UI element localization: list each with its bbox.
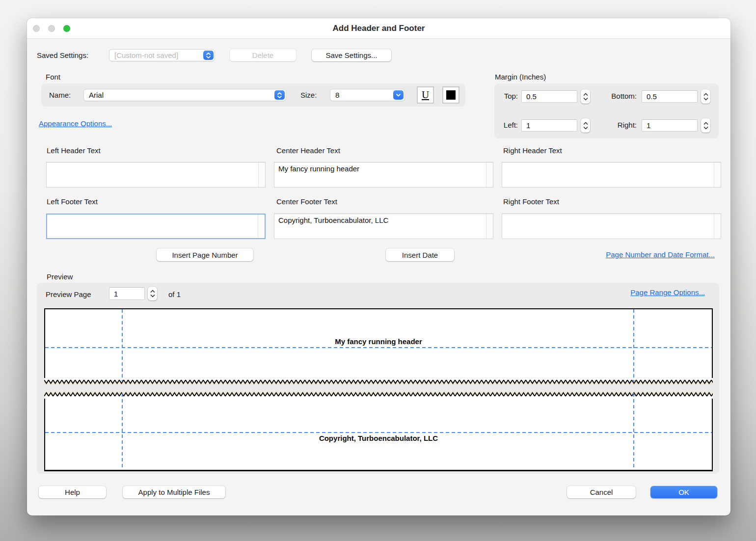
scrollbar-track[interactable] [486,214,493,239]
center-header-textarea[interactable]: My fancy running header [274,162,486,187]
font-size-dropdown[interactable]: 8 [330,89,405,101]
save-settings-button[interactable]: Save Settings... [312,49,391,61]
font-name-dropdown[interactable]: Arial [83,89,286,101]
chevron-down-icon [703,97,708,101]
center-footer-label: Center Footer Text [276,197,337,206]
right-footer-label: Right Footer Text [503,197,559,206]
chevron-down-icon [393,90,404,100]
font-section-label: Font [46,73,60,81]
help-button[interactable]: Help [39,486,106,498]
font-color-button[interactable] [442,86,459,104]
preview-page-count-label: of 1 [168,290,181,298]
ok-button[interactable]: OK [650,486,717,498]
margin-top-input[interactable] [521,90,577,103]
preview-section-label: Preview [47,272,73,281]
scrollbar-track[interactable] [486,162,493,187]
chevron-down-icon [583,126,588,130]
preview-footer-text: Copyright, Turboencabulator, LLC [44,434,713,442]
chevron-up-icon [583,122,588,125]
scrollbar-track[interactable] [714,214,721,239]
margin-right-stepper[interactable] [701,118,710,133]
chevron-up-icon [703,122,708,125]
left-header-textarea[interactable] [47,162,258,187]
preview-page-label: Preview Page [46,290,91,298]
window-title: Add Header and Footer [27,18,730,39]
cancel-button[interactable]: Cancel [567,486,636,498]
font-size-value: 8 [335,91,339,99]
right-margin-guide [633,393,634,469]
delete-button[interactable]: Delete [230,49,296,61]
title-bar: Add Header and Footer [27,18,730,39]
center-header-label: Center Header Text [276,146,340,155]
chevron-down-icon [150,294,155,298]
font-name-label: Name: [49,91,71,99]
saved-settings-value: [Custom-not saved] [114,51,178,59]
scrollbar-track[interactable] [714,162,721,187]
margin-right-input[interactable] [642,119,698,132]
left-footer-textarea[interactable] [47,215,258,238]
margin-left-label: Left: [496,121,518,129]
chevron-up-down-icon [274,90,285,100]
margin-bottom-label: Bottom: [603,92,637,100]
left-header-field-wrap [46,162,266,188]
underline-button[interactable]: U [417,86,434,104]
center-footer-field-wrap: Copyright, Turboencabulator, LLC [274,214,493,239]
saved-settings-dropdown[interactable]: [Custom-not saved] [109,49,215,61]
apply-to-multiple-files-button[interactable]: Apply to Multiple Files [123,486,225,498]
margin-bottom-input[interactable] [642,90,698,103]
margin-right-label: Right: [603,121,637,129]
right-header-textarea[interactable] [502,162,714,187]
torn-edge-zigzag [44,378,713,385]
scrollbar-track[interactable] [258,162,265,187]
margin-left-input[interactable] [521,119,577,132]
appearance-options-link[interactable]: Appearance Options... [39,119,112,128]
left-margin-guide [122,393,123,469]
torn-edge-zigzag [44,392,713,399]
footer-margin-guide [45,432,712,433]
dialog-window: Add Header and Footer Saved Settings: [C… [27,18,730,515]
right-header-label: Right Header Text [503,146,562,155]
chevron-up-icon [703,93,708,96]
margin-bottom-stepper[interactable] [701,89,710,104]
font-name-value: Arial [89,91,104,99]
margin-left-stepper[interactable] [581,118,590,133]
center-header-field-wrap: My fancy running header [274,162,493,188]
chevron-up-icon [150,290,155,293]
page-range-options-link[interactable]: Page Range Options... [630,288,705,297]
color-swatch-icon [446,90,456,100]
right-header-field-wrap [502,162,721,188]
preview-page-stepper[interactable] [148,287,157,300]
chevron-down-icon [703,126,708,130]
preview-page-input[interactable] [109,287,145,300]
right-footer-textarea[interactable] [502,214,714,239]
chevron-up-down-icon [203,51,214,60]
left-footer-field-wrap [46,214,266,239]
insert-date-button[interactable]: Insert Date [386,248,454,261]
right-footer-field-wrap [502,214,721,239]
center-footer-textarea[interactable]: Copyright, Turboencabulator, LLC [274,214,486,239]
preview-header-text: My fancy running header [44,337,713,346]
page-number-date-format-link[interactable]: Page Number and Date Format... [606,250,715,259]
margin-section-label: Margin (Inches) [495,73,546,81]
margin-top-label: Top: [496,92,518,100]
header-margin-guide [45,347,712,348]
saved-settings-label: Saved Settings: [37,51,88,59]
font-size-label: Size: [300,91,317,99]
insert-page-number-button[interactable]: Insert Page Number [157,248,253,261]
scrollbar-track[interactable] [258,215,265,238]
left-header-label: Left Header Text [47,146,101,155]
chevron-up-icon [583,93,588,96]
left-footer-label: Left Footer Text [47,197,98,206]
underline-glyph: U [422,89,429,101]
chevron-down-icon [583,97,588,101]
margin-top-stepper[interactable] [581,89,590,104]
